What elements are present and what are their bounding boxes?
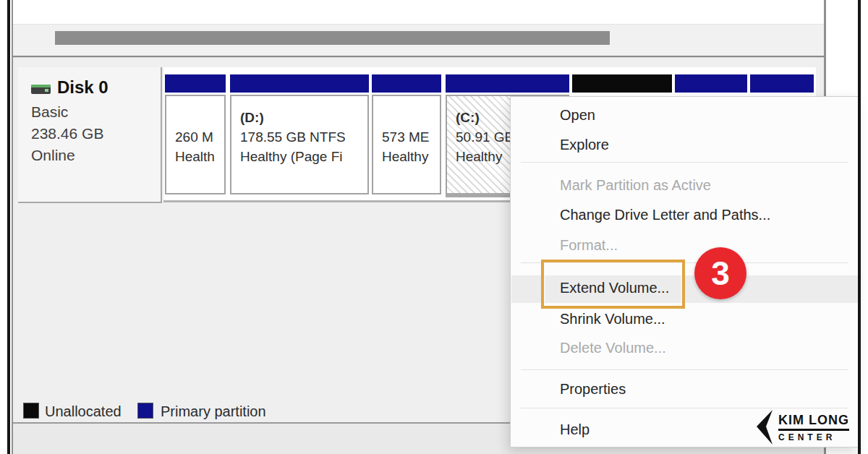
disk-status: Online [31,147,75,164]
partition-bar-primary[interactable] [230,74,369,93]
legend-label-primary: Primary partition [161,403,266,420]
menu-item-delete-volume: Delete Volume... [560,340,666,359]
partition-box-efi[interactable]: 260 M Health [165,95,226,194]
logo-text-bottom: CENTER [778,432,835,442]
kim-long-center-logo: KIM LONG CENTER [754,409,855,445]
partition-status: Health [175,147,223,166]
highlight-rectangle [541,260,685,309]
menu-item-shrink-volume[interactable]: Shrink Volume... [560,311,665,330]
window-border-left [12,0,13,454]
menu-item-properties[interactable]: Properties [560,381,626,400]
menu-separator [521,162,848,163]
disk-size: 238.46 GB [31,125,103,142]
legend-swatch-unallocated [23,403,39,419]
volume-list-bottom [13,0,824,24]
partition-box-recovery[interactable]: 573 ME Healthy [372,95,441,194]
image-frame-right [858,0,861,454]
partition-bar-primary[interactable] [675,74,747,93]
partition-bar-primary[interactable] [372,74,441,93]
menu-separator [521,408,848,408]
disk-drive-icon [31,85,51,94]
partition-label: (D:) [240,108,366,127]
legend-swatch-primary [137,403,153,419]
legend-label-unallocated: Unallocated [45,403,122,420]
partition-status: Healthy [382,147,438,166]
menu-item-mark-partition-active: Mark Partition as Active [560,177,711,196]
disk-name: Disk 0 [57,77,109,98]
menu-item-open[interactable]: Open [560,107,595,126]
disk0-header-panel[interactable]: Disk 0 Basic 238.46 GB Online [18,67,162,203]
logo-chevron-icon [754,409,774,445]
partition-bar-primary[interactable] [446,74,569,93]
partition-size: 573 ME [382,127,438,147]
partition-bar-unallocated[interactable] [572,74,672,93]
menu-item-format: Format... [560,237,618,256]
partition-status: Healthy (Page Fi [240,147,366,166]
partition-size: 260 M [175,127,223,147]
step-badge: 3 [694,247,746,299]
partition-size: 178.55 GB NTFS [240,127,366,147]
menu-separator [521,369,848,370]
menu-item-help[interactable]: Help [560,421,590,440]
partition-bar-primary[interactable] [750,74,814,93]
menu-item-change-drive-letter[interactable]: Change Drive Letter and Paths... [560,207,770,226]
horizontal-scrollbar-thumb[interactable] [55,31,610,45]
menu-item-explore[interactable]: Explore [560,137,609,155]
disk-type: Basic [31,103,68,121]
partition-bar-primary[interactable] [165,74,226,93]
logo-text-top: KIM LONG [778,413,849,431]
partition-box-d[interactable]: (D:) 178.55 GB NTFS Healthy (Page Fi [230,95,369,194]
image-frame-left [7,0,10,454]
horizontal-scrollbar-track[interactable] [13,24,824,56]
